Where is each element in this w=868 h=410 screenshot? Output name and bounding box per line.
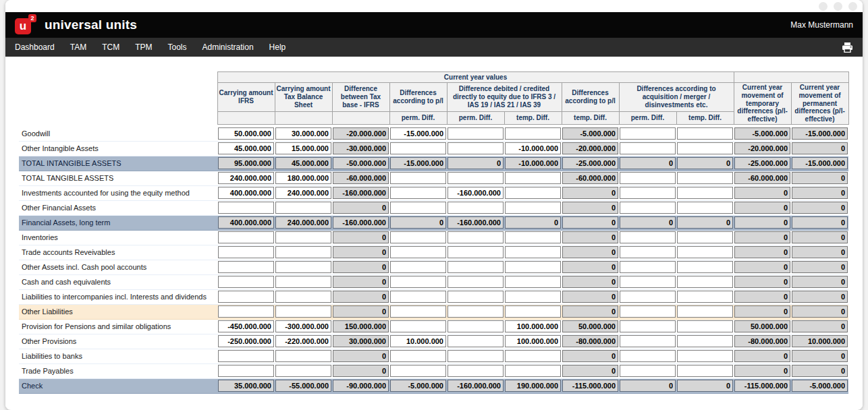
cell-input[interactable] xyxy=(218,231,274,243)
cell-input[interactable] xyxy=(390,261,446,273)
cell-input[interactable] xyxy=(218,276,274,288)
cell-input[interactable] xyxy=(275,261,331,273)
cell-input[interactable] xyxy=(447,320,504,332)
cell-input[interactable] xyxy=(447,127,504,140)
cell-input[interactable] xyxy=(505,231,561,243)
cell-input[interactable] xyxy=(677,246,733,258)
cell-input[interactable] xyxy=(275,127,331,140)
cell-input[interactable] xyxy=(620,231,676,243)
cell-input[interactable] xyxy=(218,202,274,214)
nav-item-administration[interactable]: Administration xyxy=(202,42,254,52)
cell-input[interactable] xyxy=(677,291,733,303)
cell-input[interactable] xyxy=(620,172,676,184)
cell-input[interactable] xyxy=(620,127,676,140)
cell-input[interactable] xyxy=(677,261,733,273)
cell-input[interactable] xyxy=(620,350,676,362)
cell-input[interactable] xyxy=(390,276,446,288)
cell-input[interactable] xyxy=(620,291,676,303)
cell-input[interactable] xyxy=(505,246,561,258)
print-button[interactable] xyxy=(842,42,853,53)
cell-input[interactable] xyxy=(620,365,676,377)
nav-item-tcm[interactable]: TCM xyxy=(102,42,119,52)
cell-input[interactable] xyxy=(677,127,733,140)
cell-input[interactable] xyxy=(505,187,561,199)
cell-input[interactable] xyxy=(218,335,274,347)
cell-input[interactable] xyxy=(390,142,446,154)
cell-input[interactable] xyxy=(505,142,561,154)
cell-input[interactable] xyxy=(275,202,331,214)
cell-input[interactable] xyxy=(275,246,331,258)
cell-input[interactable] xyxy=(390,320,446,332)
cell-input[interactable] xyxy=(390,202,446,214)
cell-input[interactable] xyxy=(275,305,331,318)
cell-input[interactable] xyxy=(505,291,561,303)
cell-input[interactable] xyxy=(447,291,504,303)
cell-input[interactable] xyxy=(620,276,676,288)
current-user[interactable]: Max Mustermann xyxy=(790,20,853,30)
cell-input[interactable] xyxy=(275,291,331,303)
cell-input[interactable] xyxy=(505,335,561,347)
cell-input[interactable] xyxy=(218,127,274,140)
cell-input[interactable] xyxy=(505,202,561,214)
cell-input[interactable] xyxy=(447,365,504,377)
cell-input[interactable] xyxy=(620,142,676,154)
cell-input[interactable] xyxy=(505,172,561,184)
nav-item-tools[interactable]: Tools xyxy=(168,42,187,52)
cell-input[interactable] xyxy=(447,246,504,258)
nav-item-tam[interactable]: TAM xyxy=(70,42,86,52)
cell-input[interactable] xyxy=(677,231,733,243)
cell-input[interactable] xyxy=(447,276,504,288)
cell-input[interactable] xyxy=(505,127,561,140)
cell-input[interactable] xyxy=(505,276,561,288)
cell-input[interactable] xyxy=(218,365,274,377)
cell-input[interactable] xyxy=(447,335,504,347)
cell-input[interactable] xyxy=(677,202,733,214)
cell-input[interactable] xyxy=(677,142,733,154)
cell-input[interactable] xyxy=(218,350,274,362)
cell-input[interactable] xyxy=(218,246,274,258)
cell-input[interactable] xyxy=(447,231,504,243)
nav-item-dashboard[interactable]: Dashboard xyxy=(15,42,55,52)
cell-input[interactable] xyxy=(677,305,733,318)
nav-item-help[interactable]: Help xyxy=(269,42,286,52)
cell-input[interactable] xyxy=(275,231,331,243)
cell-input[interactable] xyxy=(620,305,676,318)
cell-input[interactable] xyxy=(390,291,446,303)
cell-input[interactable] xyxy=(390,305,446,318)
cell-input[interactable] xyxy=(275,187,331,199)
cell-input[interactable] xyxy=(390,172,446,184)
cell-input[interactable] xyxy=(447,172,504,184)
cell-input[interactable] xyxy=(447,350,504,362)
cell-input[interactable] xyxy=(390,350,446,362)
cell-input[interactable] xyxy=(390,127,446,140)
cell-input[interactable] xyxy=(505,350,561,362)
cell-input[interactable] xyxy=(275,365,331,377)
cell-input[interactable] xyxy=(390,246,446,258)
cell-input[interactable] xyxy=(275,320,331,332)
cell-input[interactable] xyxy=(390,231,446,243)
cell-input[interactable] xyxy=(620,320,676,332)
cell-input[interactable] xyxy=(620,335,676,347)
cell-input[interactable] xyxy=(218,320,274,332)
cell-input[interactable] xyxy=(677,335,733,347)
cell-input[interactable] xyxy=(275,172,331,184)
cell-input[interactable] xyxy=(390,365,446,377)
cell-input[interactable] xyxy=(620,187,676,199)
cell-input[interactable] xyxy=(505,320,561,332)
cell-input[interactable] xyxy=(390,187,446,199)
cell-input[interactable] xyxy=(275,350,331,362)
cell-input[interactable] xyxy=(447,202,504,214)
cell-input[interactable] xyxy=(677,276,733,288)
cell-input[interactable] xyxy=(620,261,676,273)
cell-input[interactable] xyxy=(218,172,274,184)
cell-input[interactable] xyxy=(275,276,331,288)
cell-input[interactable] xyxy=(505,365,561,377)
cell-input[interactable] xyxy=(620,246,676,258)
cell-input[interactable] xyxy=(447,142,504,154)
cell-input[interactable] xyxy=(390,335,446,347)
cell-input[interactable] xyxy=(447,187,504,199)
cell-input[interactable] xyxy=(677,320,733,332)
cell-input[interactable] xyxy=(620,202,676,214)
cell-input[interactable] xyxy=(218,291,274,303)
cell-input[interactable] xyxy=(677,172,733,184)
